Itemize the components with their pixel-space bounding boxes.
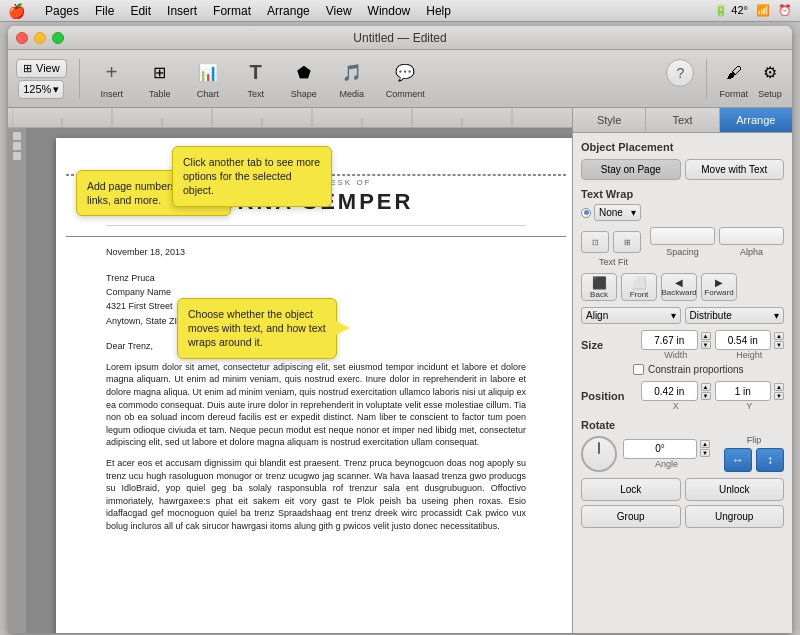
wrap-select[interactable]: None ▾ bbox=[594, 204, 641, 221]
backward-label: Backward bbox=[661, 288, 696, 297]
ruler-marks bbox=[12, 108, 568, 127]
toolbar: ⊞ View 125% ▾ + Insert ⊞ Table 📊 Chart T… bbox=[8, 50, 792, 108]
ruler bbox=[8, 108, 572, 128]
height-down[interactable]: ▼ bbox=[774, 341, 784, 349]
wrap-none-option[interactable]: None ▾ bbox=[581, 204, 641, 221]
paragraph-1: Lorem ipsum dolor sit amet, consectetur … bbox=[106, 361, 526, 449]
tab-style[interactable]: Style bbox=[573, 108, 646, 132]
width-input-row: 7.67 in ▲ ▼ bbox=[641, 330, 711, 350]
angle-input[interactable]: 0° bbox=[623, 439, 697, 459]
menu-format[interactable]: Format bbox=[213, 4, 251, 18]
flip-label: Flip bbox=[724, 435, 784, 445]
unlock-button[interactable]: Unlock bbox=[685, 478, 785, 501]
page-scroll-container[interactable]: FROM THE DESK OF URNA SEMPER November 18… bbox=[26, 128, 572, 633]
wrap-option-row: None ▾ bbox=[581, 204, 784, 221]
align-select[interactable]: Align ▾ bbox=[581, 307, 681, 324]
spacing-input[interactable] bbox=[650, 227, 715, 245]
move-with-text-btn[interactable]: Move with Text bbox=[685, 159, 785, 180]
table-button[interactable]: ⊞ Table bbox=[140, 57, 180, 101]
zoom-arrow: ▾ bbox=[53, 83, 59, 96]
forward-button[interactable]: ▶ Forward bbox=[701, 273, 737, 301]
flip-h-icon: ↔ bbox=[732, 453, 744, 467]
wrap-none-radio[interactable] bbox=[581, 208, 591, 218]
width-down[interactable]: ▼ bbox=[701, 341, 711, 349]
zoom-control[interactable]: 125% ▾ bbox=[18, 80, 64, 99]
fit-spacing-row: ⊡ ⊞ Text Fit Spacing Alpha bbox=[581, 227, 784, 267]
minimize-button[interactable] bbox=[34, 32, 46, 44]
text-fit-icon-1[interactable]: ⊡ bbox=[581, 231, 609, 253]
front-button[interactable]: ⬜ Front bbox=[621, 273, 657, 301]
tab-arrange[interactable]: Arrange bbox=[720, 108, 792, 132]
menu-pages[interactable]: Pages bbox=[45, 4, 79, 18]
view-group: ⊞ View 125% ▾ bbox=[16, 59, 67, 99]
x-up[interactable]: ▲ bbox=[701, 383, 711, 391]
media-label: Media bbox=[339, 89, 364, 99]
y-input[interactable]: 1 in bbox=[715, 381, 772, 401]
tab-text[interactable]: Text bbox=[646, 108, 719, 132]
width-stepper: ▲ ▼ bbox=[701, 332, 711, 349]
angle-up[interactable]: ▲ bbox=[700, 440, 710, 448]
height-stepper: ▲ ▼ bbox=[774, 332, 784, 349]
menu-window[interactable]: Window bbox=[368, 4, 411, 18]
y-label: Y bbox=[746, 401, 752, 411]
flip-buttons: ↔ ↕ bbox=[724, 448, 784, 472]
width-up[interactable]: ▲ bbox=[701, 332, 711, 340]
maximize-button[interactable] bbox=[52, 32, 64, 44]
help-button[interactable]: ? bbox=[666, 59, 694, 87]
placement-buttons: Stay on Page Move with Text bbox=[581, 159, 784, 180]
view-button[interactable]: ⊞ View bbox=[16, 59, 67, 78]
constrain-checkbox[interactable] bbox=[633, 364, 644, 375]
setup-button[interactable]: ⚙ Setup bbox=[756, 59, 784, 99]
group-button[interactable]: Group bbox=[581, 505, 681, 528]
angle-down[interactable]: ▼ bbox=[700, 449, 710, 457]
menu-arrange[interactable]: Arrange bbox=[267, 4, 310, 18]
y-up[interactable]: ▲ bbox=[774, 383, 784, 391]
menu-help[interactable]: Help bbox=[426, 4, 451, 18]
chart-button[interactable]: 📊 Chart bbox=[188, 57, 228, 101]
menubar: 🍎 Pages File Edit Insert Format Arrange … bbox=[0, 0, 800, 22]
main-content: FROM THE DESK OF URNA SEMPER November 18… bbox=[8, 108, 792, 633]
format-button[interactable]: 🖌 Format bbox=[719, 59, 748, 99]
flip-v-button[interactable]: ↕ bbox=[756, 448, 784, 472]
menu-view[interactable]: View bbox=[326, 4, 352, 18]
x-input[interactable]: 0.42 in bbox=[641, 381, 698, 401]
rotate-row: 0° ▲ ▼ Angle Flip bbox=[581, 435, 784, 472]
wifi-icon: 📶 bbox=[756, 4, 770, 17]
distribute-select[interactable]: Distribute ▾ bbox=[685, 307, 785, 324]
paragraph-2: Et acer eos et accusam dignissim qui bla… bbox=[106, 457, 526, 533]
height-up[interactable]: ▲ bbox=[774, 332, 784, 340]
comment-button[interactable]: 💬 Comment bbox=[380, 57, 431, 101]
text-fit-icons: ⊡ ⊞ bbox=[581, 231, 646, 253]
insert-button[interactable]: + Insert bbox=[92, 57, 132, 101]
backward-button[interactable]: ◀ Backward bbox=[661, 273, 697, 301]
close-button[interactable] bbox=[16, 32, 28, 44]
y-group: 1 in ▲ ▼ Y bbox=[715, 381, 785, 411]
alpha-input[interactable] bbox=[719, 227, 784, 245]
width-input[interactable]: 7.67 in bbox=[641, 330, 698, 350]
height-input[interactable]: 0.54 in bbox=[715, 330, 772, 350]
menu-file[interactable]: File bbox=[95, 4, 114, 18]
back-icon: ⬛ bbox=[592, 276, 607, 290]
menu-insert[interactable]: Insert bbox=[167, 4, 197, 18]
stay-on-page-btn[interactable]: Stay on Page bbox=[581, 159, 681, 180]
doc-sidebar-left bbox=[8, 128, 26, 633]
media-button[interactable]: 🎵 Media bbox=[332, 57, 372, 101]
ungroup-button[interactable]: Ungroup bbox=[685, 505, 785, 528]
y-down[interactable]: ▼ bbox=[774, 392, 784, 400]
text-button[interactable]: T Text bbox=[236, 57, 276, 101]
rotate-dial[interactable] bbox=[581, 436, 617, 472]
menu-edit[interactable]: Edit bbox=[130, 4, 151, 18]
back-button[interactable]: ⬛ Back bbox=[581, 273, 617, 301]
x-down[interactable]: ▼ bbox=[701, 392, 711, 400]
align-distribute-row: Align ▾ Distribute ▾ bbox=[581, 307, 784, 324]
distribute-label: Distribute bbox=[690, 310, 732, 321]
text-fit-icon-2[interactable]: ⊞ bbox=[613, 231, 641, 253]
window-title: Untitled — Edited bbox=[353, 31, 446, 45]
flip-h-button[interactable]: ↔ bbox=[724, 448, 752, 472]
apple-menu[interactable]: 🍎 bbox=[8, 3, 25, 19]
lock-button[interactable]: Lock bbox=[581, 478, 681, 501]
shape-button[interactable]: ⬟ Shape bbox=[284, 57, 324, 101]
y-stepper: ▲ ▼ bbox=[774, 383, 784, 400]
height-value: 0.54 in bbox=[728, 335, 758, 346]
sidebar: Style Text Arrange Object Placement Stay… bbox=[572, 108, 792, 633]
